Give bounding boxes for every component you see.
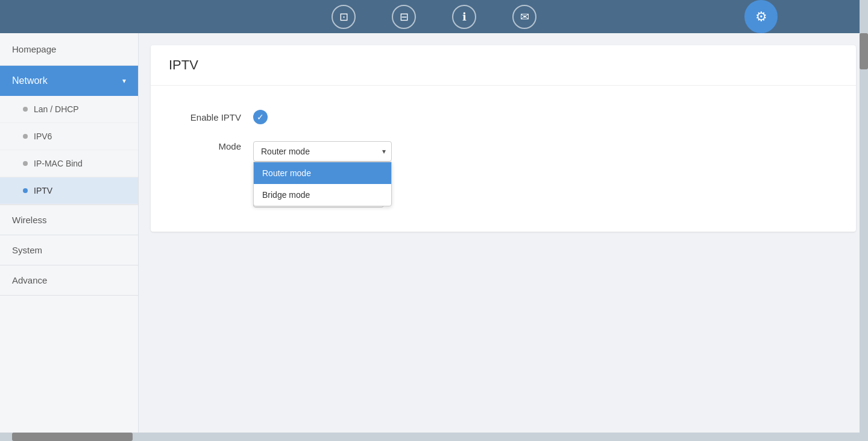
- top-nav-bar: ⊡ ⊟ ℹ ✉ ⚙: [0, 0, 868, 33]
- scrollbar-vertical[interactable]: [860, 0, 868, 441]
- sidebar-item-advance[interactable]: Advance: [0, 265, 138, 296]
- content-panel: IPTV Enable IPTV ✓ Mode Router mode: [151, 45, 856, 232]
- mode-select[interactable]: Router mode Bridge mode: [253, 141, 392, 162]
- enable-iptv-checkbox-wrapper: ✓: [253, 110, 268, 124]
- scrollbar-thumb[interactable]: [860, 33, 868, 69]
- mode-select-wrapper: Router mode Bridge mode ▾ Router mode Br…: [253, 141, 392, 162]
- mode-dropdown-list: Router mode Bridge mode: [253, 162, 392, 206]
- enable-iptv-label: Enable IPTV: [169, 112, 241, 122]
- mode-row: Mode Router mode Bridge mode ▾ Router mo…: [169, 141, 838, 162]
- enable-iptv-row: Enable IPTV ✓: [169, 110, 838, 124]
- dropdown-option-router-mode[interactable]: Router mode: [254, 162, 391, 184]
- main-layout: Homepage Network ▾ Lan / DHCP IPV6 IP-MA…: [0, 33, 868, 441]
- sidebar-item-wireless[interactable]: Wireless: [0, 205, 138, 235]
- enable-iptv-checkbox[interactable]: ✓: [253, 110, 268, 124]
- nav-icon-1[interactable]: ⊡: [332, 5, 356, 29]
- dropdown-option-bridge-mode[interactable]: Bridge mode: [254, 184, 391, 206]
- mode-label: Mode: [169, 141, 241, 151]
- sidebar-item-homepage[interactable]: Homepage: [0, 33, 138, 66]
- nav-icon-3[interactable]: ℹ: [452, 5, 476, 29]
- sidebar-item-system[interactable]: System: [0, 235, 138, 265]
- settings-icon[interactable]: ⚙: [744, 0, 778, 33]
- content-area: IPTV Enable IPTV ✓ Mode Router mode: [139, 33, 868, 441]
- page-title: IPTV: [169, 57, 838, 73]
- scrollbar-horizontal[interactable]: [0, 433, 860, 441]
- dot-indicator-active: [23, 188, 28, 193]
- sidebar-item-ip-mac-bind[interactable]: IP-MAC Bind: [0, 150, 138, 177]
- dot-indicator: [23, 107, 28, 112]
- sidebar: Homepage Network ▾ Lan / DHCP IPV6 IP-MA…: [0, 33, 139, 441]
- nav-icon-2[interactable]: ⊟: [392, 5, 416, 29]
- dot-indicator: [23, 134, 28, 139]
- nav-icons: ⊡ ⊟ ℹ ✉: [332, 5, 536, 29]
- sidebar-item-iptv[interactable]: IPTV: [0, 177, 138, 205]
- content-body: Enable IPTV ✓ Mode Router mode Bridge mo…: [151, 86, 856, 232]
- chevron-down-icon: ▾: [122, 77, 126, 85]
- sidebar-network-header[interactable]: Network ▾: [0, 66, 138, 96]
- sidebar-item-ipv6[interactable]: IPV6: [0, 123, 138, 150]
- sidebar-item-lan-dhcp[interactable]: Lan / DHCP: [0, 96, 138, 123]
- scrollbar-horizontal-thumb[interactable]: [12, 433, 133, 441]
- content-header: IPTV: [151, 45, 856, 86]
- dot-indicator: [23, 161, 28, 166]
- sidebar-section-network: Network ▾ Lan / DHCP IPV6 IP-MAC Bind IP…: [0, 66, 138, 205]
- nav-icon-4[interactable]: ✉: [512, 5, 536, 29]
